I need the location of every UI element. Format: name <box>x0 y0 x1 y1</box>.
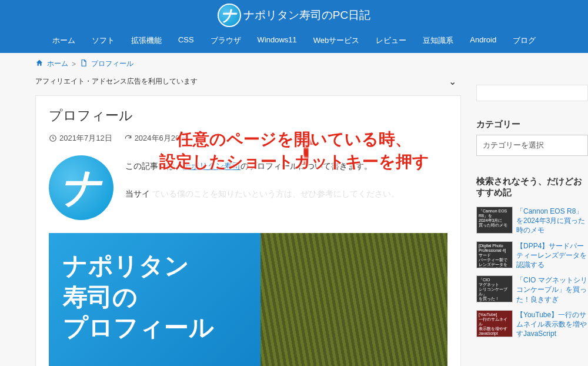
chevron-down-icon: ⌄ <box>449 76 456 87</box>
main-nav: ホーム ソフト 拡張機能 CSS ブラウザ Windows11 Webサービス … <box>0 31 588 53</box>
home-icon <box>35 59 44 69</box>
intro-line2b: ている僕のことを知りたいという方は、ぜひ参考にしてください。 <box>152 189 399 198</box>
article-dates: 2021年7月12日 2024年6月26日 <box>49 133 447 144</box>
site-header: ナ ナポリタン寿司のPC日記 ホーム ソフト 拡張機能 CSS ブラウザ Win… <box>0 0 588 53</box>
nav-home[interactable]: ホーム <box>52 35 75 46</box>
thumb-image: 「Cannon EOS R8」を 2024年3月に 買った時のメモ <box>476 207 513 234</box>
intro-link[interactable]: ナポリタン寿司 <box>183 161 240 171</box>
breadcrumb-separator: > <box>72 60 76 68</box>
category-select[interactable]: カテゴリーを選択 <box>476 135 588 156</box>
intro-suffix: のプロフィールについて書きます。 <box>240 161 372 171</box>
nav-webservice[interactable]: Webサービス <box>313 35 360 46</box>
article-intro-row: ナ この記事では、ナポリタン寿司のプロフィールについて書きます。 当サイ ている… <box>49 155 447 220</box>
nav-software[interactable]: ソフト <box>92 35 115 46</box>
site-branding[interactable]: ナ ナポリタン寿司のPC日記 <box>0 0 588 31</box>
updated-date-text: 2024年6月26日 <box>135 133 188 144</box>
thumb-image: 「CIO マグネット シリコンケーブル」 を買った！ 良きすぎ！ <box>476 275 513 302</box>
breadcrumb-home[interactable]: ホーム <box>47 59 68 69</box>
page-body: ホーム > プロフィール アフィリエイト・アドセンス広告を利用しています ⌄ プ… <box>0 53 588 366</box>
nav-css[interactable]: CSS <box>178 35 194 46</box>
site-title: ナポリタン寿司のPC日記 <box>243 8 370 23</box>
nav-windows11[interactable]: Windows11 <box>258 35 297 46</box>
doc-icon <box>79 59 88 69</box>
sidebar: カテゴリー カテゴリーを選択 検索されなそう、だけどおすすめ記 「Cannon … <box>470 56 588 366</box>
thumb-title: 「CIO マグネットシリコンケーブル」を買った！良きすぎ <box>516 275 588 304</box>
nav-browser[interactable]: ブラウザ <box>211 35 241 46</box>
breadcrumb-page[interactable]: プロフィール <box>91 59 133 69</box>
intro-prefix: この記事では、 <box>125 161 183 171</box>
author-avatar-icon: ナ <box>49 155 113 220</box>
nav-blog[interactable]: ブログ <box>513 35 536 46</box>
posted-date: 2021年7月12日 <box>49 133 112 144</box>
article-card: プロフィール 2021年7月12日 2024年6月26日 ナ この記事では、ナポ… <box>35 95 461 366</box>
thumb-title: 【DPP4】サードパーティーレンズデータを認識する <box>516 241 588 270</box>
intro-line2a: 当サイ <box>125 189 150 198</box>
hero-image: ナポリタン 寿司の プロフィール <box>49 233 447 366</box>
posted-date-text: 2021年7月12日 <box>59 133 112 144</box>
hero-photo <box>260 233 447 366</box>
updated-date: 2024年6月26日 <box>124 133 188 144</box>
sidebar-ad-slot <box>476 85 588 101</box>
nav-review[interactable]: レビュー <box>376 35 406 46</box>
site-logo-icon: ナ <box>218 4 241 27</box>
article-intro-text: この記事では、ナポリタン寿司のプロフィールについて書きます。 当サイ ている僕の… <box>125 155 399 201</box>
nav-android[interactable]: Android <box>470 35 496 46</box>
list-item[interactable]: [Digital Photo Professional 4] サード パーティー… <box>476 241 588 270</box>
refresh-icon <box>124 134 132 142</box>
thumb-title: 【YouTube】一行のサムネイル表示数を増やすJavaScript <box>516 310 588 339</box>
hero-text-panel: ナポリタン 寿司の プロフィール <box>49 233 260 366</box>
main-column: ホーム > プロフィール アフィリエイト・アドセンス広告を利用しています ⌄ プ… <box>0 56 470 366</box>
sidebar-category-heading: カテゴリー <box>476 119 588 130</box>
sidebar-list-heading: 検索されなそう、だけどおすすめ記 <box>476 176 588 198</box>
nav-extensions[interactable]: 拡張機能 <box>131 35 162 46</box>
breadcrumb: ホーム > プロフィール <box>0 56 470 71</box>
thumb-image: [Digital Photo Professional 4] サード パーティー… <box>476 241 513 268</box>
affiliate-notice[interactable]: アフィリエイト・アドセンス広告を利用しています ⌄ <box>0 71 470 92</box>
list-item[interactable]: [YouTube] 一行のサムネイル 表示数を増やす JavaScript 【Y… <box>476 310 588 339</box>
list-item[interactable]: 「Cannon EOS R8」を 2024年3月に 買った時のメモ 「Canno… <box>476 207 588 235</box>
thumb-title: 「Cannon EOS R8」を2024年3月に買った時のメモ <box>516 207 588 235</box>
clock-icon <box>49 134 57 142</box>
page-title: プロフィール <box>49 107 447 125</box>
nav-tips[interactable]: 豆知識系 <box>423 35 453 46</box>
hero-photo-texture <box>260 233 447 366</box>
sidebar-recommended-list: 「Cannon EOS R8」を 2024年3月に 買った時のメモ 「Canno… <box>476 207 588 338</box>
list-item[interactable]: 「CIO マグネット シリコンケーブル」 を買った！ 良きすぎ！ 「CIO マグ… <box>476 275 588 304</box>
affiliate-text: アフィリエイト・アドセンス広告を利用しています <box>35 76 198 86</box>
thumb-image: [YouTube] 一行のサムネイル 表示数を増やす JavaScript <box>476 310 513 337</box>
